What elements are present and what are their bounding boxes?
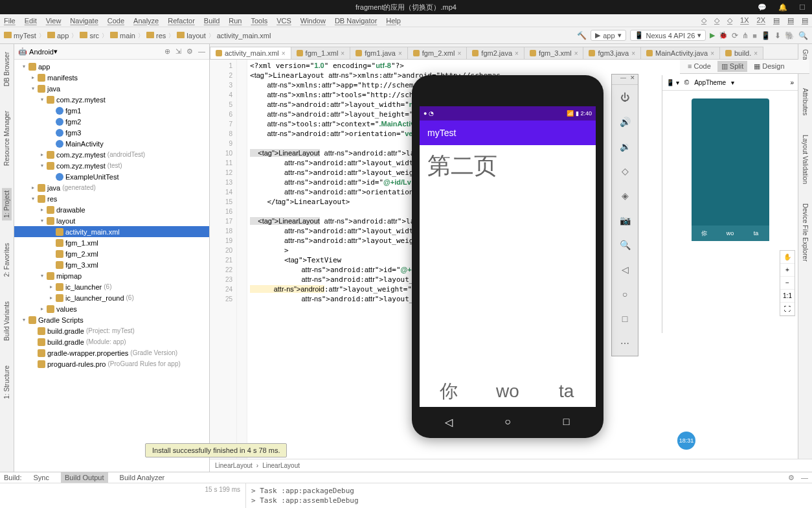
- editor-tab[interactable]: fgm_3.xml ×: [524, 47, 584, 59]
- tree-item[interactable]: gradle-wrapper.properties (Gradle Versio…: [14, 347, 209, 358]
- breadcrumb-item[interactable]: src: [80, 32, 99, 40]
- stop-icon[interactable]: ■: [752, 32, 757, 40]
- breakpoint-gutter[interactable]: [237, 60, 247, 459]
- menu-db navigator[interactable]: DB Navigator: [335, 17, 377, 25]
- tree-item[interactable]: ▸ values: [14, 303, 209, 314]
- tree-item[interactable]: ▾ res: [14, 193, 209, 204]
- tree-item[interactable]: ▾ java: [14, 83, 209, 94]
- more-icon[interactable]: ⋯: [612, 331, 638, 356]
- db-browser-tab[interactable]: DB Browser: [2, 49, 12, 89]
- editor-tab[interactable]: activity_main.xml ×: [210, 47, 291, 59]
- hide-icon[interactable]: —: [198, 47, 205, 56]
- tree-item[interactable]: ▾ layout: [14, 215, 209, 226]
- menu-code[interactable]: Code: [107, 17, 124, 25]
- bell-icon[interactable]: ◇: [701, 16, 706, 25]
- tree-item[interactable]: ▸ com.zyz.mytest (androidTest): [14, 149, 209, 160]
- editor-tab[interactable]: fgm2.java ×: [466, 47, 524, 59]
- tree-item[interactable]: ▾ com.zyz.mytest (test): [14, 160, 209, 171]
- menu-run[interactable]: Run: [229, 17, 242, 25]
- tab-3[interactable]: ta: [537, 376, 596, 407]
- gear-icon[interactable]: ⚙: [788, 474, 795, 482]
- nav-home-icon[interactable]: ○: [479, 411, 537, 433]
- layout-validation-tab[interactable]: Layout Validation: [802, 135, 809, 184]
- breadcrumb-item[interactable]: main: [110, 32, 135, 40]
- sync-icon[interactable]: 🐘: [785, 31, 795, 40]
- tab-1[interactable]: 你: [420, 376, 479, 407]
- debug-icon[interactable]: 🐞: [719, 31, 728, 40]
- circle-icon[interactable]: ▤: [787, 16, 794, 25]
- menu-view[interactable]: View: [46, 17, 62, 25]
- tree-item[interactable]: build.gradle (Project: myTest): [14, 325, 209, 336]
- editor-breadcrumb[interactable]: LinearLayout › LinearLayout: [210, 459, 812, 472]
- tab-2[interactable]: wo: [479, 376, 537, 407]
- tree-item[interactable]: ExampleUnitTest: [14, 171, 209, 182]
- tree-item[interactable]: proguard-rules.pro (ProGuard Rules for a…: [14, 358, 209, 369]
- zoom-fit[interactable]: 1:1: [780, 290, 795, 303]
- tree-item[interactable]: ▾ Gradle Scripts: [14, 314, 209, 325]
- wand-icon[interactable]: ◇: [714, 16, 719, 25]
- minimize-icon[interactable]: —: [620, 75, 626, 84]
- overview-icon[interactable]: □: [612, 306, 638, 331]
- volume-down-icon[interactable]: 🔉: [612, 134, 638, 159]
- breadcrumb-item[interactable]: layout: [177, 32, 205, 40]
- collapse-icon[interactable]: ⇲: [175, 47, 181, 56]
- project-tree[interactable]: ▾ app▸ manifests▾ java▾ com.zyz.mytest f…: [14, 60, 209, 472]
- avd-icon[interactable]: 📱: [761, 31, 771, 40]
- tree-item[interactable]: ▾ app: [14, 61, 209, 72]
- breadcrumb-item[interactable]: app: [47, 32, 69, 40]
- menu-window[interactable]: Window: [300, 17, 326, 25]
- run-icon[interactable]: ▶: [710, 31, 715, 40]
- power-icon[interactable]: ⏻: [612, 85, 638, 110]
- profile-icon[interactable]: ⟳: [732, 31, 738, 40]
- build-analyzer-tab[interactable]: Build Analyzer: [116, 472, 169, 483]
- attributes-tab[interactable]: Attributes: [802, 88, 809, 115]
- menu-navigate[interactable]: Navigate: [70, 17, 98, 25]
- zoom-icon[interactable]: 🔍: [612, 233, 638, 257]
- close-icon[interactable]: ✕: [630, 75, 635, 84]
- tree-item[interactable]: fgm3: [14, 127, 209, 138]
- tree-item[interactable]: fgm_2.xml: [14, 248, 209, 259]
- camera-icon[interactable]: 📷: [612, 208, 638, 233]
- tree-item[interactable]: ▾ mipmap: [14, 270, 209, 281]
- attach-icon[interactable]: ⋔: [742, 31, 749, 40]
- grid-icon[interactable]: ▤: [802, 16, 808, 25]
- list-icon[interactable]: ▤: [773, 16, 780, 25]
- menu-refactor[interactable]: Refactor: [168, 17, 195, 25]
- box-icon[interactable]: ☐: [799, 3, 806, 12]
- tree-item[interactable]: ▸ ic_launcher_round (6): [14, 292, 209, 303]
- tree-item[interactable]: fgm_3.xml: [14, 259, 209, 270]
- favorites-tab[interactable]: 2: Favorites: [2, 240, 12, 279]
- chat-icon[interactable]: 💬: [758, 3, 767, 12]
- device-select[interactable]: 📱 ▾: [666, 79, 679, 86]
- add-icon[interactable]: ⊕: [164, 47, 170, 56]
- editor-tab[interactable]: build. ×: [719, 47, 763, 59]
- code-view-button[interactable]: ≡ Code: [684, 61, 715, 72]
- breadcrumb-item[interactable]: res: [146, 32, 166, 40]
- theme-select[interactable]: AppTheme: [694, 79, 726, 86]
- hammer-icon[interactable]: 🔨: [577, 31, 587, 40]
- tree-item[interactable]: ▸ drawable: [14, 204, 209, 215]
- structure-tab[interactable]: 1: Structure: [2, 363, 12, 402]
- zoom-out[interactable]: −: [780, 277, 795, 290]
- build-output[interactable]: > Task :app:packageDebug> Task :app:asse…: [246, 483, 812, 508]
- hide-icon[interactable]: —: [801, 474, 808, 482]
- tree-item[interactable]: fgm2: [14, 116, 209, 127]
- device-explorer-tab[interactable]: Device File Explorer: [802, 203, 809, 261]
- nav-overview-icon[interactable]: □: [537, 411, 596, 433]
- menu-edit[interactable]: Edit: [25, 17, 37, 25]
- design-canvas[interactable]: 你 wo ta: [692, 98, 769, 241]
- tree-item[interactable]: fgm_1.xml: [14, 237, 209, 248]
- volume-up-icon[interactable]: 🔊: [612, 110, 638, 134]
- sdk-icon[interactable]: ⬇: [774, 31, 781, 40]
- sync-tab[interactable]: Sync: [30, 472, 53, 483]
- design-view-button[interactable]: ▦ Design: [750, 61, 788, 72]
- build-output-tab[interactable]: Build Output: [61, 472, 108, 483]
- tree-item[interactable]: ▸ java (generated): [14, 182, 209, 193]
- tree-item[interactable]: build.gradle (Module: app): [14, 336, 209, 347]
- tree-item[interactable]: ▸ manifests: [14, 72, 209, 83]
- menu-file[interactable]: File: [4, 17, 16, 25]
- home-icon[interactable]: ○: [612, 282, 638, 306]
- nav-back-icon[interactable]: ◁: [420, 411, 479, 433]
- menu-vcs[interactable]: VCS: [276, 17, 291, 25]
- editor-tab[interactable]: fgm3.java ×: [583, 47, 641, 59]
